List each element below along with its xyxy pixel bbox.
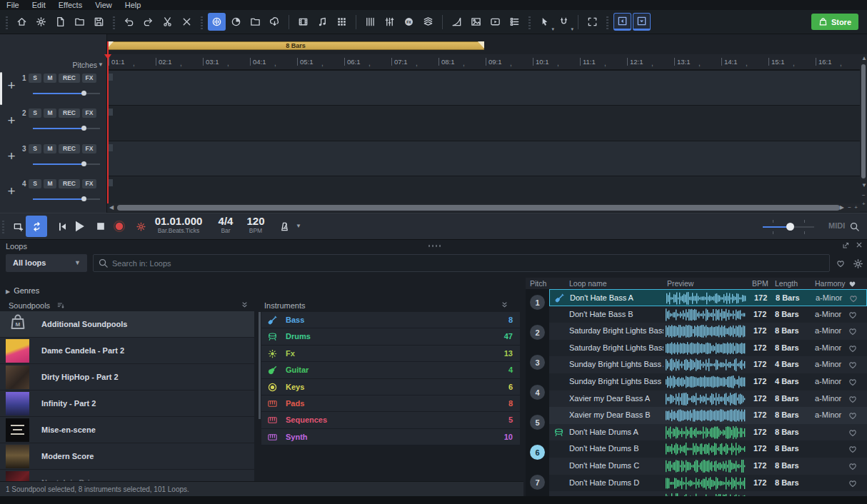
horizontal-scrollbar[interactable]: ◀ ▶ − + bbox=[107, 203, 860, 212]
instrument-filter-drums[interactable]: Drums47 bbox=[261, 328, 520, 345]
delete-button[interactable] bbox=[178, 13, 196, 31]
favorite-button[interactable] bbox=[848, 326, 858, 336]
video-button[interactable] bbox=[486, 13, 504, 31]
vertical-scrollbar[interactable]: ▲ ▼ − + bbox=[860, 54, 867, 211]
track-3-volume-slider[interactable] bbox=[33, 161, 100, 167]
transport-handle[interactable] bbox=[2, 219, 4, 233]
loop-waveform-preview[interactable] bbox=[666, 477, 746, 490]
column-header-loop-name[interactable]: Loop name bbox=[569, 278, 607, 289]
favorite-button[interactable] bbox=[848, 343, 858, 353]
track-3-rec-button[interactable]: REC bbox=[59, 144, 80, 153]
timeline-ruler[interactable]: 01:1,02:1,03:1,04:1,05:1,06:1,07:1,08:1,… bbox=[107, 54, 860, 70]
soundpool-grid-button[interactable] bbox=[294, 13, 312, 31]
cut-button[interactable] bbox=[159, 13, 176, 31]
keyboard-panel-button[interactable] bbox=[613, 13, 631, 31]
metronome-button[interactable] bbox=[276, 216, 293, 237]
metronome-caret-icon[interactable]: ▼ bbox=[296, 223, 301, 229]
object-list-button[interactable] bbox=[506, 13, 523, 31]
favorite-button[interactable] bbox=[848, 428, 858, 438]
loop-waveform-preview[interactable] bbox=[666, 292, 746, 305]
store-button[interactable]: Store bbox=[811, 14, 858, 30]
instrument-filter-pads[interactable]: Pads8 bbox=[261, 395, 520, 412]
soundpool-item[interactable]: Infinity - Part 2 bbox=[0, 390, 254, 417]
column-header-length[interactable]: Length bbox=[775, 278, 798, 289]
loop-row[interactable]: Don't Hate Bass B1728 Barsa-Minor bbox=[549, 306, 867, 323]
track-4-m-button[interactable]: M bbox=[44, 179, 56, 188]
track-1-m-button[interactable]: M bbox=[44, 74, 56, 83]
matrix-button[interactable] bbox=[333, 13, 351, 31]
instruments-scrollbar[interactable] bbox=[259, 312, 261, 419]
loop-waveform-preview[interactable] bbox=[666, 393, 746, 405]
menu-file[interactable]: File bbox=[0, 0, 26, 10]
track-4-rec-button[interactable]: REC bbox=[59, 179, 80, 188]
settings-button[interactable] bbox=[32, 13, 50, 31]
cloud-import-button[interactable] bbox=[266, 13, 284, 31]
pitch-6-button[interactable]: 6 bbox=[530, 445, 545, 460]
add-track-button[interactable]: + bbox=[4, 149, 19, 163]
play-button[interactable] bbox=[69, 216, 90, 237]
loop-panel-button[interactable] bbox=[633, 13, 651, 31]
soundpools-collapse-icon[interactable] bbox=[240, 300, 249, 309]
loop-row[interactable]: Xavier my Dear Bass A1728 Barsa-Minor bbox=[549, 390, 867, 408]
track-1-fx-button[interactable]: FX bbox=[82, 74, 96, 83]
media-pool-button[interactable] bbox=[419, 13, 437, 31]
zoom-out-icon[interactable]: − bbox=[848, 203, 851, 212]
pitch-2-button[interactable]: 2 bbox=[530, 325, 545, 340]
track-2-m-button[interactable]: M bbox=[44, 109, 56, 118]
vertical-scrollbar-thumb[interactable] bbox=[861, 64, 866, 178]
menu-view[interactable]: View bbox=[89, 0, 119, 10]
loop-waveform-preview[interactable] bbox=[666, 376, 746, 388]
track-1-rec-button[interactable]: REC bbox=[59, 74, 80, 83]
soundpool-item[interactable]: Dame Candela - Part 2 bbox=[0, 338, 254, 364]
loop-row[interactable]: Saturday Bright Lights Bass B1728 Barsa-… bbox=[549, 340, 867, 357]
playhead[interactable] bbox=[107, 41, 109, 203]
pitch-1-button[interactable]: 1 bbox=[530, 295, 545, 310]
time-display[interactable]: 01.01.000 Bar.Beats.Ticks bbox=[151, 215, 206, 234]
instruments-collapse-icon[interactable] bbox=[500, 300, 509, 309]
favorite-button[interactable] bbox=[848, 360, 858, 370]
track-4-volume-slider[interactable] bbox=[33, 196, 100, 202]
mixer-button[interactable] bbox=[381, 13, 399, 31]
instrument-filter-bass[interactable]: Bass8 bbox=[261, 312, 520, 328]
timeline-range-bar[interactable]: 8 Bars bbox=[107, 41, 484, 50]
favorite-button[interactable] bbox=[848, 478, 858, 488]
loop-waveform-preview[interactable] bbox=[666, 308, 746, 321]
volume-knob[interactable] bbox=[81, 161, 86, 166]
save-project-button[interactable] bbox=[90, 13, 108, 31]
close-panel-icon[interactable] bbox=[856, 241, 863, 248]
zoom-search-button[interactable] bbox=[846, 216, 863, 237]
track-2-rec-button[interactable]: REC bbox=[59, 109, 80, 118]
home-button[interactable] bbox=[13, 13, 31, 31]
column-header-preview[interactable]: Preview bbox=[667, 278, 693, 289]
loop-waveform-preview[interactable] bbox=[666, 358, 746, 371]
favorite-button[interactable] bbox=[848, 377, 858, 387]
open-project-button[interactable] bbox=[71, 13, 89, 31]
track-2-volume-slider[interactable] bbox=[33, 126, 100, 131]
soundpool-item[interactable]: Nostalgia Drive bbox=[0, 470, 254, 481]
audio-quantize-button[interactable] bbox=[208, 13, 226, 31]
loop-row[interactable]: Sunday Bright Lights Bass B1724 Barsa-Mi… bbox=[549, 373, 867, 390]
volume-slider[interactable] bbox=[763, 224, 814, 230]
scroll-right-icon[interactable]: ▶ bbox=[840, 203, 844, 212]
menu-effects[interactable]: Effects bbox=[52, 0, 89, 10]
sort-icon[interactable] bbox=[56, 301, 65, 310]
record-settings-button[interactable] bbox=[130, 216, 151, 237]
undo-button[interactable] bbox=[120, 13, 138, 31]
favorite-button[interactable] bbox=[848, 461, 858, 471]
track-4-s-button[interactable]: S bbox=[29, 179, 41, 188]
pitches-dropdown[interactable]: Pitches ▼ bbox=[0, 61, 107, 70]
horizontal-scrollbar-thumb[interactable] bbox=[117, 205, 840, 211]
soundpool-item[interactable]: Mise-en-scene bbox=[0, 417, 254, 443]
loop-waveform-preview[interactable] bbox=[666, 325, 746, 338]
pie-menu-button[interactable] bbox=[227, 13, 245, 31]
signature-display[interactable]: 4/4 Bar bbox=[213, 215, 239, 234]
record-button[interactable] bbox=[109, 216, 130, 237]
column-header-pitch[interactable]: Pitch bbox=[530, 278, 546, 289]
loop-waveform-preview[interactable] bbox=[666, 460, 746, 473]
pitch-3-button[interactable]: 3 bbox=[530, 355, 545, 370]
pitch-7-button[interactable]: 7 bbox=[530, 475, 545, 490]
loops-filter-dropdown[interactable]: All loops ▼ bbox=[6, 254, 87, 272]
pitch-5-button[interactable]: 5 bbox=[530, 415, 545, 430]
loop-button[interactable] bbox=[26, 216, 47, 237]
column-header-bpm[interactable]: BPM bbox=[752, 278, 768, 289]
